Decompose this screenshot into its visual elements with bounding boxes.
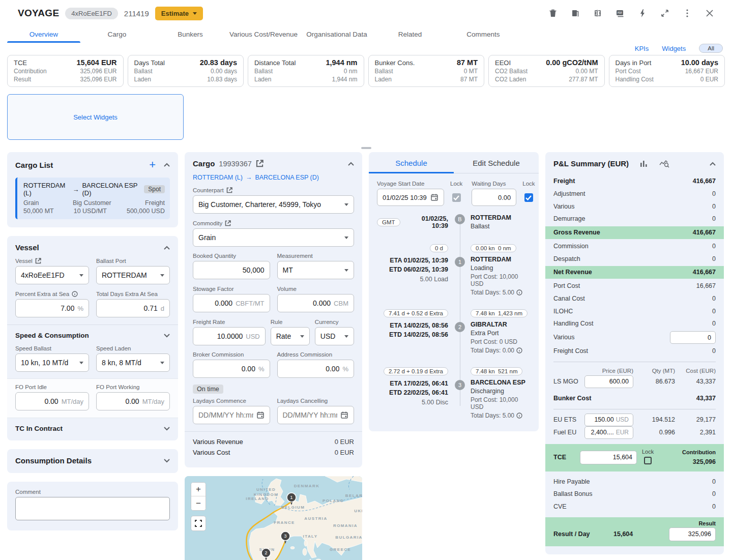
- laydays-commence-field[interactable]: [193, 406, 270, 424]
- chevron-up-icon[interactable]: [164, 246, 170, 250]
- total-days-extra-input[interactable]: [102, 304, 158, 312]
- tce-lock-checkbox[interactable]: [644, 457, 652, 464]
- percent-extra-field[interactable]: %: [15, 299, 89, 317]
- address-commission-input[interactable]: [283, 365, 340, 373]
- volume-input[interactable]: [283, 299, 331, 307]
- export-pdf-button[interactable]: PDF: [613, 6, 627, 20]
- currency-select[interactable]: USD: [315, 327, 354, 345]
- external-link-icon[interactable]: [225, 220, 231, 226]
- various-cost-field[interactable]: [670, 331, 716, 344]
- tab-bunkers[interactable]: Bunkers: [154, 25, 227, 43]
- rule-select[interactable]: Rate: [271, 327, 310, 345]
- laydays-cancelling-input[interactable]: [283, 411, 338, 419]
- zoom-in-button[interactable]: +: [191, 483, 206, 496]
- stowage-factor-field[interactable]: CBFT/MT: [193, 294, 270, 312]
- voyage-start-date-field[interactable]: [377, 189, 444, 206]
- cargo-list-item[interactable]: ROTTERDAM (L) → BARCELONA ESP (D) Spot G…: [15, 178, 170, 219]
- ls-mgo-price-field[interactable]: [584, 375, 633, 388]
- freight-rate-input[interactable]: [198, 332, 243, 340]
- chevron-up-icon[interactable]: [710, 162, 716, 166]
- route-map[interactable]: UNITED KINGDOM IRELAND DENMARK BELGIUM P…: [185, 476, 362, 560]
- chevron-down-icon[interactable]: [164, 334, 170, 338]
- external-link-icon[interactable]: [226, 187, 232, 193]
- ballast-port-select[interactable]: ROTTERDAM: [96, 266, 170, 284]
- chevron-down-icon[interactable]: [164, 459, 170, 463]
- external-link-icon[interactable]: [35, 258, 41, 264]
- counterpart-select[interactable]: Big Customer, Charterer, 45999, Tokyo: [193, 195, 354, 214]
- add-cargo-button[interactable]: +: [149, 159, 156, 170]
- speed-ballast-select[interactable]: 10 kn, 10 MT/d: [15, 353, 89, 372]
- result-input[interactable]: [674, 530, 711, 538]
- trend-chart-icon[interactable]: [659, 160, 669, 168]
- laydays-cancelling-field[interactable]: [277, 406, 355, 424]
- filter-all-link[interactable]: All: [699, 44, 723, 53]
- fuel-eu-price-field[interactable]: EUR: [584, 426, 633, 439]
- expand-button[interactable]: [658, 6, 672, 20]
- eu-ets-price-field[interactable]: USD: [584, 414, 633, 426]
- chevron-up-icon[interactable]: [348, 162, 354, 166]
- waiting-days-field[interactable]: [472, 189, 516, 206]
- fo-port-working-field[interactable]: MT/day: [96, 392, 170, 410]
- total-days-extra-field[interactable]: d: [96, 299, 170, 317]
- waiting-days-lock-checkbox[interactable]: [524, 193, 533, 202]
- calendar-icon[interactable]: [430, 193, 438, 201]
- external-link-icon[interactable]: [256, 160, 263, 167]
- voyage-start-date-input[interactable]: [383, 194, 427, 201]
- tab-cargo[interactable]: Cargo: [80, 25, 154, 43]
- broker-commission-field[interactable]: %: [193, 360, 270, 378]
- copy-button[interactable]: [568, 6, 582, 20]
- select-widgets-button[interactable]: Select Widgets: [73, 113, 118, 121]
- fo-port-idle-field[interactable]: MT/day: [15, 392, 89, 410]
- zoom-out-button[interactable]: −: [191, 496, 206, 510]
- tce-input[interactable]: [584, 454, 632, 461]
- filter-widgets-link[interactable]: Widgets: [662, 45, 686, 52]
- result-field[interactable]: [669, 527, 716, 541]
- route-destination-link[interactable]: BARCELONA ESP (D): [255, 174, 319, 181]
- laydays-commence-input[interactable]: [198, 411, 253, 419]
- speed-laden-select[interactable]: 8 kn, 8 MT/d: [96, 353, 170, 372]
- calendar-icon[interactable]: [340, 411, 348, 419]
- broker-commission-input[interactable]: [198, 365, 255, 373]
- estimate-dropdown-button[interactable]: Estimate: [155, 7, 203, 20]
- volume-field[interactable]: CBM: [277, 294, 355, 312]
- ls-mgo-price-input[interactable]: [589, 378, 629, 385]
- close-button[interactable]: [702, 6, 717, 20]
- layout-drag-handle[interactable]: [361, 147, 371, 149]
- various-cost-input[interactable]: [675, 334, 711, 341]
- voyage-start-lock-checkbox[interactable]: [452, 193, 461, 202]
- tab-comments[interactable]: Comments: [447, 25, 520, 43]
- eu-ets-price-input[interactable]: [589, 416, 614, 423]
- fo-port-working-input[interactable]: [102, 397, 139, 405]
- stowage-factor-input[interactable]: [198, 299, 232, 307]
- booked-quantity-input[interactable]: [198, 266, 265, 274]
- vessel-select[interactable]: 4xRoEeE1FD: [15, 266, 89, 284]
- freight-rate-field[interactable]: USD: [193, 327, 266, 345]
- fo-port-idle-input[interactable]: [21, 397, 58, 405]
- compare-button[interactable]: [591, 6, 605, 20]
- comment-textarea[interactable]: [15, 497, 170, 520]
- chevron-down-icon[interactable]: [164, 427, 170, 431]
- chevron-up-icon[interactable]: [164, 163, 170, 167]
- route-origin-link[interactable]: ROTTERDAM (L): [193, 174, 243, 181]
- address-commission-field[interactable]: %: [277, 360, 355, 378]
- delete-button[interactable]: [546, 6, 560, 20]
- booked-quantity-field[interactable]: [193, 261, 270, 279]
- calendar-icon[interactable]: [256, 411, 265, 419]
- tab-related[interactable]: Related: [373, 25, 447, 43]
- tce-field[interactable]: [580, 451, 637, 464]
- quick-actions-button[interactable]: [635, 6, 650, 20]
- timezone-pill[interactable]: GMT: [377, 218, 400, 226]
- tab-schedule[interactable]: Schedule: [369, 152, 454, 173]
- bar-chart-icon[interactable]: [640, 160, 648, 168]
- fuel-eu-price-input[interactable]: [589, 429, 614, 436]
- filter-kpis-link[interactable]: KPIs: [635, 45, 649, 52]
- tab-organisational-data[interactable]: Organisational Data: [300, 25, 373, 43]
- waiting-days-input[interactable]: [477, 194, 511, 201]
- commodity-select[interactable]: Grain: [193, 228, 354, 247]
- more-options-button[interactable]: [680, 6, 694, 20]
- tab-various-cost-revenue[interactable]: Various Cost/Revenue: [227, 25, 300, 43]
- measurement-select[interactable]: MT: [277, 261, 355, 279]
- tab-overview[interactable]: Overview: [7, 25, 80, 43]
- fullscreen-button[interactable]: [191, 516, 206, 531]
- tab-edit-schedule[interactable]: Edit Schedule: [454, 152, 539, 173]
